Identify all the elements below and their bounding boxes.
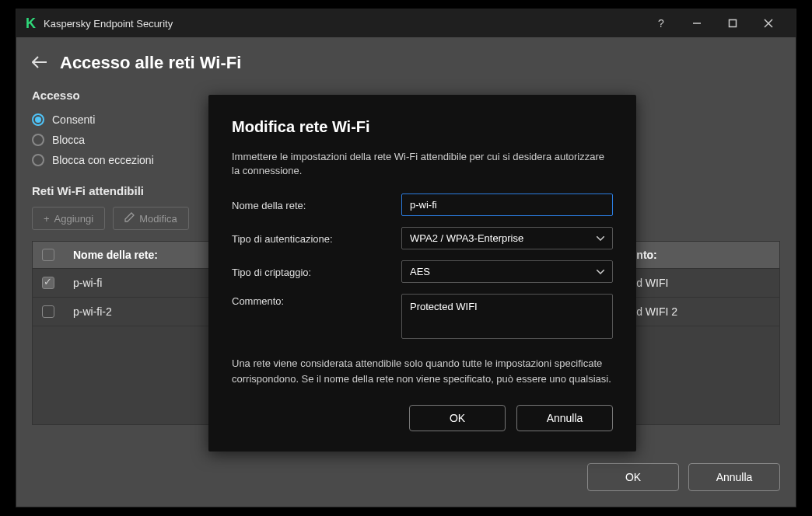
back-arrow-icon[interactable] xyxy=(32,54,47,72)
radio-label: Blocca con eccezioni xyxy=(52,154,154,166)
label-network-name: Nome della rete: xyxy=(232,198,401,211)
svg-rect-1 xyxy=(730,20,737,27)
edit-label: Modifica xyxy=(139,213,177,225)
close-button[interactable] xyxy=(751,9,786,37)
modal-cancel-button[interactable]: Annulla xyxy=(516,405,613,431)
comment-textarea[interactable] xyxy=(401,294,613,339)
row-checkbox-icon[interactable] xyxy=(42,305,54,318)
app-title: Kaspersky Endpoint Security xyxy=(44,18,173,30)
app-window: K Kaspersky Endpoint Security ? Accesso … xyxy=(16,9,796,507)
radio-label: Blocca xyxy=(52,134,85,146)
app-logo-icon: K xyxy=(26,16,36,32)
radio-icon xyxy=(32,113,44,126)
add-button[interactable]: + Aggiungi xyxy=(32,207,105,230)
edit-wifi-modal: Modifica rete Wi-Fi Immettere le imposta… xyxy=(208,95,636,452)
pencil-icon xyxy=(124,212,135,225)
minimize-button[interactable] xyxy=(679,9,715,37)
encryption-type-select[interactable]: AES xyxy=(401,260,613,283)
modal-description: Immettere le impostazioni della rete Wi-… xyxy=(232,150,613,178)
label-encryption-type: Tipo di criptaggio: xyxy=(232,265,401,278)
row-checkbox-icon[interactable] xyxy=(42,277,54,289)
radio-icon xyxy=(32,154,44,166)
radio-label: Consenti xyxy=(52,113,95,126)
edit-button[interactable]: Modifica xyxy=(113,207,188,230)
label-auth-type: Tipo di autenticazione: xyxy=(232,232,401,245)
checkbox-all-icon xyxy=(42,249,54,261)
radio-icon xyxy=(32,134,44,146)
modal-title: Modifica rete Wi-Fi xyxy=(232,118,613,136)
maximize-button[interactable] xyxy=(715,9,751,37)
add-label: Aggiungi xyxy=(54,213,94,225)
label-comment: Commento: xyxy=(232,294,401,307)
ok-button[interactable]: OK xyxy=(587,463,679,491)
col-checkbox[interactable] xyxy=(33,242,64,268)
titlebar: K Kaspersky Endpoint Security ? xyxy=(16,9,796,37)
help-button[interactable]: ? xyxy=(643,9,679,37)
network-name-input[interactable] xyxy=(401,194,613,216)
auth-type-select[interactable]: WPA2 / WPA3-Enterprise xyxy=(401,227,613,249)
plus-icon: + xyxy=(44,213,50,225)
modal-note: Una rete viene considerata attendibile s… xyxy=(232,356,613,386)
cancel-button[interactable]: Annulla xyxy=(688,463,780,491)
modal-ok-button[interactable]: OK xyxy=(409,405,506,431)
page-title: Accesso alle reti Wi-Fi xyxy=(60,53,241,73)
